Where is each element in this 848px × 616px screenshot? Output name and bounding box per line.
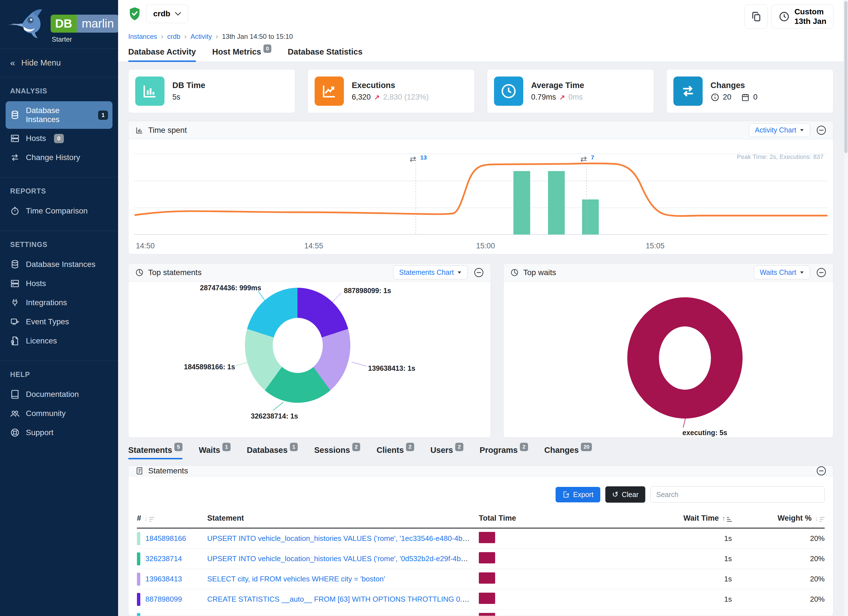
info-icon	[710, 93, 719, 102]
tab-clients[interactable]: Clients2	[377, 445, 414, 459]
wait-time-value: 1s	[614, 574, 732, 583]
hide-menu-button[interactable]: « Hide Menu	[0, 48, 118, 77]
card-delta: 2,830 (123%)	[383, 93, 429, 101]
collapse-panel-icon[interactable]	[816, 267, 826, 278]
collapse-panel-icon[interactable]	[816, 125, 826, 135]
tab-programs[interactable]: Programs2	[480, 445, 528, 459]
sidebar-item-change-history[interactable]: Change History	[0, 148, 118, 167]
statement-sql-link[interactable]: UPSERT INTO vehicle_location_histories V…	[207, 534, 479, 543]
changes-info-count: 20	[723, 93, 731, 101]
statements-donut[interactable]	[245, 288, 350, 403]
breadcrumb-activity[interactable]: Activity	[190, 33, 212, 40]
sidebar-item-licences[interactable]: Licences	[0, 331, 118, 350]
column-weight[interactable]: Weight %	[732, 514, 825, 522]
metric-cards: DB Time 5s Executions 6,320 ↗ 2,830 (123…	[128, 69, 833, 113]
trend-up-icon: ↗	[374, 94, 380, 101]
sidebar-item-hosts[interactable]: Hosts 0	[0, 129, 118, 148]
collapse-panel-icon[interactable]	[474, 267, 484, 278]
statement-id-link[interactable]: 887898099	[145, 595, 182, 604]
change-marker-icon[interactable]: ⇄	[410, 155, 416, 163]
section-reports: REPORTS	[0, 187, 118, 195]
x-tick: 14:50	[136, 242, 155, 250]
scrollbar-thumb[interactable]	[844, 1, 847, 153]
sidebar-item-event-types[interactable]: Event Types	[0, 312, 118, 331]
chart-selector-label: Waits Chart	[760, 268, 796, 276]
export-button[interactable]: Export	[556, 487, 600, 502]
clear-button[interactable]: ↺ Clear	[605, 486, 645, 503]
tab-host-metrics[interactable]: Host Metrics 0	[212, 47, 271, 62]
detail-tabs: Statements5 Waits1 Databases1 Sessions2 …	[128, 445, 833, 459]
tab-statements[interactable]: Statements5	[128, 445, 182, 459]
sidebar-item-label: Hosts	[26, 134, 46, 143]
statements-table-panel: Statements Export ↺ Clear	[128, 466, 833, 616]
licence-doc-icon	[10, 336, 20, 346]
tab-label: Database Activity	[128, 47, 196, 56]
column-id[interactable]: #	[137, 514, 207, 522]
peak-note: Peak Time: 2s, Executions: 837	[737, 153, 824, 160]
hide-menu-label: Hide Menu	[21, 58, 61, 67]
sidebar-item-time-comparison[interactable]: Time Comparison	[0, 201, 118, 221]
sidebar-item-label: Time Comparison	[26, 206, 88, 215]
section-help: HELP	[0, 370, 118, 379]
waits-chart-selector[interactable]: Waits Chart	[754, 266, 810, 279]
time-spent-panel: Time spent Activity Chart Peak Time: 2s,…	[128, 121, 833, 254]
column-statement[interactable]: Statement	[207, 514, 479, 522]
statement-sql-link[interactable]: UPSERT INTO vehicle_location_histories V…	[207, 554, 479, 563]
column-wait-time[interactable]: Wait Time	[614, 514, 732, 522]
sidebar-item-label: Support	[26, 428, 53, 437]
logo-db: DB	[50, 15, 77, 33]
sidebar-item-documentation[interactable]: Documentation	[0, 385, 118, 404]
instance-selector-button[interactable]: crdb	[146, 4, 188, 23]
tab-sessions[interactable]: Sessions2	[314, 445, 360, 459]
tab-changes[interactable]: Changes20	[544, 445, 592, 459]
copy-link-button[interactable]	[744, 4, 768, 29]
tab-label: Changes	[544, 445, 579, 455]
tab-users[interactable]: Users2	[430, 445, 463, 459]
sidebar-item-label: Hosts	[26, 279, 46, 288]
tab-database-activity[interactable]: Database Activity	[128, 47, 196, 62]
search-input[interactable]	[650, 486, 825, 503]
breadcrumb-instances[interactable]: Instances	[128, 33, 157, 40]
card-changes: Changes 20 0	[666, 69, 833, 113]
table-header-row: # Statement Total Time Wait Time Weight …	[137, 509, 825, 528]
statement-sql-link[interactable]: CREATE STATISTICS __auto__ FROM [63] WIT…	[207, 595, 479, 603]
sidebar-item-database-instances[interactable]: Database Instances 1	[6, 101, 113, 129]
sidebar-item-integrations[interactable]: Integrations	[0, 293, 118, 312]
sidebar-item-settings-database-instances[interactable]: Database Instances	[0, 255, 118, 274]
breadcrumb-crdb[interactable]: crdb	[167, 33, 181, 40]
sidebar-nav: ANALYSIS Database Instances 1 Hosts 0 Ch…	[0, 77, 118, 616]
total-time-bar	[479, 532, 495, 543]
change-arrows-icon	[10, 153, 20, 162]
tab-databases[interactable]: Databases1	[247, 445, 298, 459]
sidebar-item-community[interactable]: Community	[0, 404, 118, 423]
sidebar-item-settings-hosts[interactable]: Hosts	[0, 274, 118, 293]
tab-database-statistics[interactable]: Database Statistics	[288, 47, 362, 62]
activity-chart-selector[interactable]: Activity Chart	[749, 123, 810, 137]
tab-badge: 5	[174, 443, 182, 451]
chart-selector-label: Statements Chart	[399, 268, 454, 276]
column-total-time[interactable]: Total Time	[479, 514, 614, 522]
collapse-panel-icon[interactable]	[816, 466, 826, 476]
total-time-bar	[479, 593, 495, 604]
statement-id-link[interactable]: 1845898166	[145, 534, 186, 543]
waits-donut[interactable]	[627, 297, 743, 419]
tab-waits[interactable]: Waits1	[199, 445, 231, 459]
statement-color-chip	[137, 532, 140, 545]
time-range-button[interactable]: Custom 13th Jan	[771, 4, 833, 29]
change-marker-icon[interactable]: ⇄	[580, 155, 587, 163]
statements-chart-selector[interactable]: Statements Chart	[393, 266, 468, 279]
wait-time-value: 1s	[614, 534, 732, 543]
statement-sql-link[interactable]: SELECT city, id FROM vehicles WHERE city…	[207, 574, 385, 583]
statement-id-link[interactable]: 139638413	[145, 574, 182, 583]
card-db-time: DB Time 5s	[128, 69, 295, 113]
caret-down-icon	[800, 129, 804, 132]
time-range-mode: Custom	[794, 7, 824, 16]
sidebar-item-support[interactable]: Support	[0, 423, 118, 442]
card-title: DB Time	[172, 81, 205, 90]
statement-id-link[interactable]: 326238714	[145, 554, 182, 563]
app-root: DB marlin Starter « Hide Menu ANALYSIS D…	[0, 0, 848, 616]
logo-marlin: marlin	[77, 15, 119, 33]
total-time-bar	[479, 613, 495, 616]
page-scrollbar[interactable]	[844, 0, 848, 616]
time-spent-chart[interactable]: ⇄ 13 ⇄ 7 14:50 14:55 15:00 15:05	[134, 150, 827, 254]
